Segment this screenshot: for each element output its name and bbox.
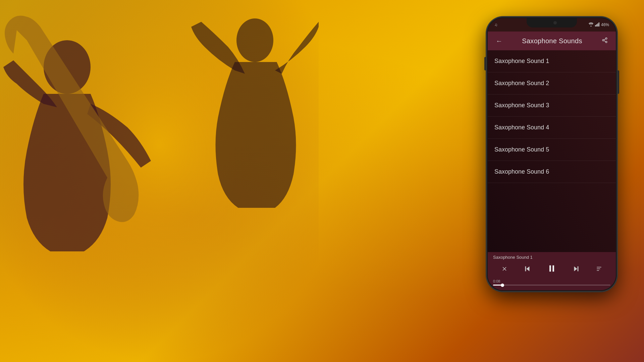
sound-item-4[interactable]: Saxophone Sound 4 bbox=[488, 117, 616, 139]
svg-point-9 bbox=[605, 41, 607, 43]
page-title: Saxophone Sounds bbox=[522, 37, 582, 45]
prev-button[interactable] bbox=[522, 264, 532, 276]
svg-marker-14 bbox=[527, 266, 530, 271]
player-controls bbox=[493, 262, 610, 277]
sound-item-label: Saxophone Sound 6 bbox=[494, 168, 549, 175]
app-header: ← Saxophone Sounds bbox=[488, 32, 616, 50]
screen-content: ← Saxophone Sounds bbox=[488, 32, 616, 290]
svg-line-11 bbox=[604, 39, 605, 40]
volume-button[interactable] bbox=[594, 264, 604, 275]
wifi-icon bbox=[588, 22, 594, 27]
svg-line-10 bbox=[604, 41, 605, 42]
svg-point-2 bbox=[236, 18, 273, 62]
next-button[interactable] bbox=[571, 264, 581, 276]
pause-button[interactable] bbox=[546, 262, 558, 277]
sound-item-6[interactable]: Saxophone Sound 6 bbox=[488, 161, 616, 183]
share-button[interactable] bbox=[599, 36, 610, 46]
sound-item-label: Saxophone Sound 3 bbox=[494, 102, 549, 109]
sound-item-label: Saxophone Sound 4 bbox=[494, 124, 549, 131]
svg-rect-5 bbox=[597, 23, 598, 26]
sound-item-label: Saxophone Sound 5 bbox=[494, 146, 549, 153]
sound-list[interactable]: Saxophone Sound 1 Saxophone Sound 2 Saxo… bbox=[488, 50, 616, 252]
now-playing-title: Saxophone Sound 1 bbox=[493, 255, 610, 260]
sound-item-2[interactable]: Saxophone Sound 2 bbox=[488, 72, 616, 95]
svg-rect-4 bbox=[596, 24, 597, 26]
svg-rect-6 bbox=[598, 22, 599, 26]
svg-rect-16 bbox=[549, 265, 551, 272]
sound-item-5[interactable]: Saxophone Sound 5 bbox=[488, 139, 616, 161]
sound-item-label: Saxophone Sound 1 bbox=[494, 58, 549, 64]
camera-dot bbox=[553, 21, 557, 24]
status-right: 46% bbox=[588, 22, 609, 27]
svg-point-7 bbox=[605, 38, 607, 39]
svg-rect-19 bbox=[577, 266, 578, 271]
battery-level: 46% bbox=[601, 22, 609, 27]
phone-device: ♫ bbox=[486, 17, 617, 292]
progress-thumb[interactable] bbox=[501, 284, 504, 287]
back-button[interactable]: ← bbox=[493, 36, 505, 46]
svg-rect-3 bbox=[595, 25, 596, 26]
phone-frame: ♫ bbox=[486, 17, 617, 292]
phone-screen: ♫ bbox=[488, 18, 616, 290]
sound-item-3[interactable]: Saxophone Sound 3 bbox=[488, 95, 616, 117]
shuffle-button[interactable] bbox=[500, 264, 509, 275]
signal-icon bbox=[595, 22, 600, 27]
svg-rect-17 bbox=[552, 265, 554, 272]
phone-notch bbox=[527, 18, 577, 27]
svg-point-8 bbox=[602, 39, 604, 41]
sound-item-label: Saxophone Sound 2 bbox=[494, 80, 549, 86]
svg-rect-15 bbox=[525, 266, 526, 271]
svg-marker-18 bbox=[574, 266, 577, 271]
progress-bar[interactable] bbox=[493, 285, 610, 286]
player-time: 0:08 bbox=[493, 279, 610, 283]
status-left: ♫ bbox=[494, 22, 497, 27]
player-bar: Saxophone Sound 1 bbox=[488, 252, 616, 290]
sound-item-1[interactable]: Saxophone Sound 1 bbox=[488, 50, 616, 72]
silhouette-image bbox=[0, 0, 319, 362]
music-icon: ♫ bbox=[494, 22, 497, 27]
